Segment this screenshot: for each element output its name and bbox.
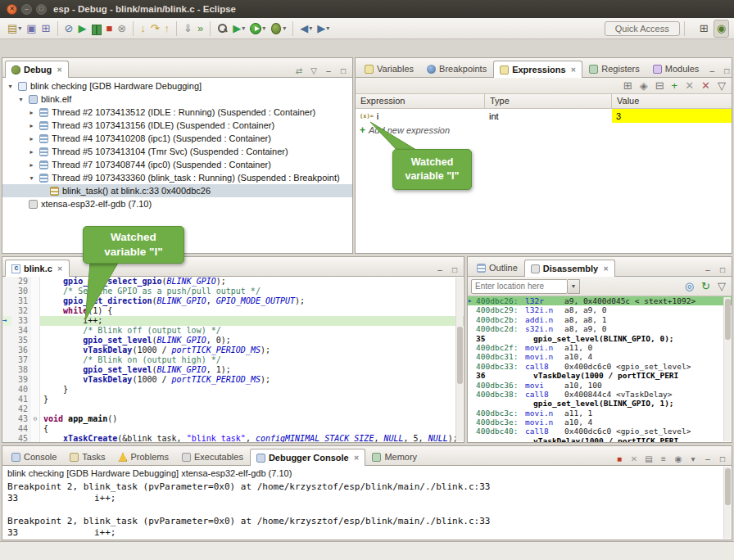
show-logical-structures-icon[interactable]: ◈: [637, 77, 650, 95]
minimize-view-icon[interactable]: –: [701, 263, 714, 276]
open-perspective-icon[interactable]: ⊞: [697, 20, 711, 38]
console-output[interactable]: Breakpoint 2, blink_task (pvParameter=0x…: [2, 480, 732, 540]
debug-tab-debug[interactable]: Debug✕: [5, 61, 69, 78]
expr-tab-expressions[interactable]: Expressions✕: [493, 61, 582, 78]
expand-arrow-icon[interactable]: ▸: [27, 122, 36, 129]
annotation-ruler[interactable]: [2, 385, 11, 395]
view-menu-icon[interactable]: ▽: [715, 278, 728, 296]
debug-tree-item[interactable]: blink_task() at blink.c:33 0x400dbc26: [2, 184, 352, 197]
maximize-view-icon[interactable]: □: [720, 64, 733, 77]
column-header-expression[interactable]: Expression: [356, 94, 485, 108]
console-tab-tasks[interactable]: Tasks: [63, 448, 111, 465]
refresh-icon[interactable]: ↻: [699, 278, 713, 296]
disassembly-line[interactable]: ▸400dbc26:l32ra9, 0x400d045c < stext+109…: [468, 296, 732, 305]
pin-console-icon[interactable]: ◉: [672, 452, 685, 465]
location-dropdown-icon[interactable]: ▼: [568, 279, 580, 294]
editor-tab-blink-c[interactable]: blink.c✕: [5, 260, 70, 277]
annotation-ruler[interactable]: →: [2, 316, 11, 326]
close-tab-icon[interactable]: ✕: [354, 454, 360, 462]
close-tab-icon[interactable]: ✕: [57, 265, 63, 273]
forward-icon[interactable]: ▶▾: [315, 20, 332, 38]
annotation-ruler[interactable]: [2, 434, 11, 442]
console-tab-console[interactable]: Console: [5, 448, 63, 465]
line-number[interactable]: 45: [11, 434, 31, 442]
editor-line[interactable]: 29 gpio_pad_select_gpio(BLINK_GPIO);: [2, 277, 464, 287]
disassembly-line[interactable]: 400dbc2f:movi.na11, 0: [468, 343, 732, 352]
expr-tab-registers[interactable]: Registers: [582, 60, 646, 77]
code-text[interactable]: {: [40, 424, 464, 434]
annotation-ruler[interactable]: [2, 395, 11, 404]
line-number[interactable]: 33: [11, 316, 31, 326]
debug-perspective-icon[interactable]: ◉: [714, 20, 729, 38]
save-all-icon[interactable]: ⊞: [39, 20, 53, 38]
debug-icon[interactable]: ▾: [268, 20, 288, 38]
editor-line[interactable]: 39 vTaskDelay(1000 / portTICK_PERIOD_MS)…: [2, 375, 464, 385]
expr-tab-modules[interactable]: Modules: [646, 60, 706, 77]
expand-arrow-icon[interactable]: ▸: [27, 161, 36, 169]
back-icon[interactable]: ◀▾: [297, 20, 315, 38]
code-text[interactable]: vTaskDelay(1000 / portTICK_PERIOD_MS);: [40, 345, 464, 355]
locate-pc-icon[interactable]: ◎: [682, 278, 696, 296]
line-number[interactable]: 37: [11, 355, 31, 365]
minimize-view-icon[interactable]: –: [705, 64, 718, 77]
debug-tree-item[interactable]: ▾blink checking [GDB Hardware Debugging]: [2, 79, 352, 93]
code-text[interactable]: gpio_set_level(BLINK_GPIO, 1);: [40, 365, 464, 375]
disassembly-line[interactable]: 400dbc33:call80x400dc6c0 <gpio_set_level…: [468, 362, 732, 371]
disassembly-listing[interactable]: ▸400dbc26:l32ra9, 0x400d045c < stext+109…: [468, 296, 732, 442]
console-scrollbar-thumb[interactable]: [725, 468, 731, 505]
external-tools-icon[interactable]: ▶▾: [230, 20, 247, 38]
line-number[interactable]: 44: [11, 424, 31, 434]
line-number[interactable]: 29: [11, 277, 31, 287]
code-text[interactable]: }: [40, 385, 464, 395]
debug-tree-item[interactable]: ▸Thread #3 1073413156 (IDLE) (Suspended …: [2, 119, 352, 132]
editor-line[interactable]: 42: [2, 404, 464, 414]
expand-arrow-icon[interactable]: ▸: [27, 148, 36, 156]
debug-tree-item[interactable]: xtensa-esp32-elf-gdb (7.10): [2, 197, 352, 210]
disasm-tab-disassembly[interactable]: Disassembly✕: [524, 260, 615, 277]
display-console-icon[interactable]: ▾: [686, 452, 700, 465]
editor-line[interactable]: 34 /* Blink off (output low) */: [2, 326, 464, 336]
code-text[interactable]: [40, 404, 464, 414]
minimize-view-icon[interactable]: –: [433, 263, 446, 276]
disassembly-scrollbar[interactable]: [723, 297, 731, 441]
editor-line[interactable]: →33 i++;: [2, 316, 464, 326]
column-header-type[interactable]: Type: [485, 94, 612, 108]
new-wizard-icon[interactable]: ▤▾: [5, 20, 24, 38]
line-number[interactable]: 40: [11, 385, 31, 395]
maximize-view-icon[interactable]: □: [716, 263, 729, 276]
editor-line[interactable]: 30 /* Set the GPIO as a push/pull output…: [2, 287, 464, 296]
add-expression-icon[interactable]: +: [669, 77, 681, 95]
disassembly-line[interactable]: 36vTaskDelay(1000 / portTICK_PERI: [468, 371, 732, 380]
collapse-arrow-icon[interactable]: ▾: [16, 96, 25, 103]
line-number[interactable]: 43: [11, 414, 31, 424]
search-icon[interactable]: [215, 20, 230, 38]
console-tab-problems[interactable]: Problems: [111, 448, 174, 465]
disassembly-line[interactable]: 400dbc2b:addi.na8, a8, 1: [468, 315, 732, 324]
line-number[interactable]: 32: [11, 306, 31, 316]
line-number[interactable]: 35: [11, 336, 31, 345]
disassembly-line[interactable]: 400dbc3c:movi.na11, 1: [468, 409, 732, 418]
collapse-arrow-icon[interactable]: ▾: [6, 83, 15, 90]
line-number[interactable]: 42: [11, 404, 31, 414]
clear-console-icon[interactable]: ▤: [642, 452, 655, 465]
annotation-ruler[interactable]: [2, 345, 11, 355]
close-tab-icon[interactable]: ✕: [571, 66, 577, 74]
minimize-view-icon[interactable]: –: [701, 452, 714, 465]
editor-line[interactable]: 44{: [2, 424, 464, 434]
step-into-icon[interactable]: ↓: [138, 20, 148, 38]
expand-arrow-icon[interactable]: ▸: [27, 135, 36, 142]
disassembly-line[interactable]: 400dbc40:call80x400dc6c0 <gpio_set_level…: [468, 427, 732, 436]
annotation-ruler[interactable]: [2, 326, 11, 336]
disassembly-line[interactable]: 400dbc3e:movi.na10, 4: [468, 418, 732, 427]
step-over-icon[interactable]: ↷: [148, 20, 162, 38]
step-return-icon[interactable]: ↑: [162, 20, 173, 38]
editor-line[interactable]: 31 gpio_set_direction(BLINK_GPIO, GPIO_M…: [2, 296, 464, 306]
connect-icon[interactable]: ⇄: [292, 64, 306, 77]
debug-tree-item[interactable]: ▾Thread #9 1073433360 (blink_task : Runn…: [2, 171, 352, 184]
expr-tab-breakpoints[interactable]: Breakpoints: [420, 60, 493, 77]
debug-tree-item[interactable]: ▸Thread #7 1073408744 (ipc0) (Suspended …: [2, 158, 352, 171]
disassembly-line[interactable]: 400dbc29:l32i.na8, a9, 0: [468, 305, 732, 314]
collapse-arrow-icon[interactable]: ▾: [27, 174, 36, 182]
save-icon[interactable]: ▣: [24, 20, 39, 38]
annotation-ruler[interactable]: [2, 404, 11, 414]
